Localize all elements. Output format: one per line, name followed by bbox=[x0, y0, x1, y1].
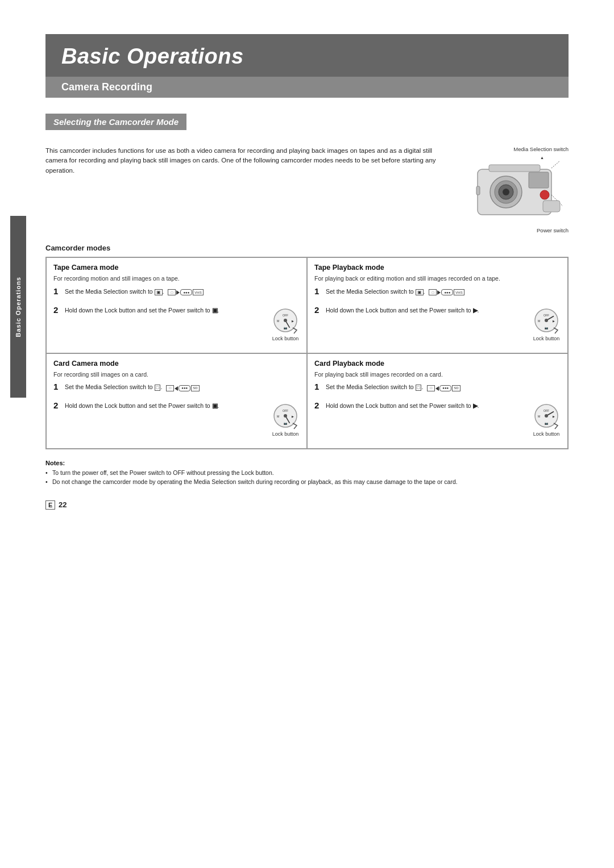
intro-area: This camcorder includes functions for us… bbox=[45, 146, 569, 233]
tape-playback-dial: OFF ▶ 📷 M bbox=[532, 306, 561, 335]
note-item-2: Do not change the camcorder mode by oper… bbox=[45, 478, 569, 487]
svg-text:▲: ▲ bbox=[540, 156, 544, 160]
svg-text:OFF: OFF bbox=[544, 409, 549, 412]
tape-playback-step2: 2 Hold down the Lock button and set the … bbox=[314, 306, 561, 341]
svg-text:OFF: OFF bbox=[283, 314, 288, 317]
card-camera-dial: OFF ▶ 📷 M bbox=[271, 402, 300, 430]
svg-point-4 bbox=[503, 189, 509, 195]
tape-camera-step2: 2 Hold down the Lock button and set the … bbox=[53, 306, 300, 341]
tape-camera-lock-label: Lock button bbox=[272, 336, 299, 341]
sidebar-label: Basic Operations bbox=[10, 216, 26, 398]
svg-text:📷: 📷 bbox=[284, 422, 288, 425]
mode-cell-card-camera: Card Camera mode For recording still ima… bbox=[46, 353, 307, 449]
svg-point-19 bbox=[284, 319, 287, 322]
media-selection-label: Media Selection switch bbox=[455, 146, 569, 152]
card-playback-desc: For playing back still images recorded o… bbox=[314, 370, 561, 379]
svg-rect-6 bbox=[489, 165, 540, 172]
svg-point-33 bbox=[284, 414, 287, 418]
svg-text:OFF: OFF bbox=[283, 409, 288, 412]
notes-section: Notes: To turn the power off, set the Po… bbox=[45, 460, 569, 487]
svg-text:M: M bbox=[538, 319, 540, 323]
camera-diagram: Media Selection switch ▲ bbox=[455, 146, 569, 233]
svg-text:▶: ▶ bbox=[292, 415, 294, 418]
svg-point-40 bbox=[545, 414, 548, 418]
tape-camera-step1: 1 Set the Media Selection switch to ▣. □… bbox=[53, 287, 300, 302]
page: Basic Operations Basic Operations Camera… bbox=[0, 0, 614, 868]
card-playback-dial: OFF ▶ 📷 M bbox=[532, 402, 561, 430]
tape-camera-dial: OFF ▶ 📷 M bbox=[271, 306, 300, 335]
card-playback-step1: 1 Set the Media Selection switch to □. □… bbox=[314, 383, 561, 397]
section-header: Selecting the Camcorder Mode bbox=[45, 114, 186, 130]
tape-playback-desc: For playing back or editing motion and s… bbox=[314, 274, 561, 283]
svg-text:📷: 📷 bbox=[545, 326, 549, 330]
note-item-1: To turn the power off, set the Power swi… bbox=[45, 469, 569, 478]
camera-illustration: ▲ bbox=[460, 152, 569, 226]
card-camera-desc: For recording still images on a card. bbox=[53, 370, 300, 379]
section-header-container: Selecting the Camcorder Mode bbox=[45, 114, 569, 138]
svg-text:M: M bbox=[277, 415, 279, 418]
svg-point-26 bbox=[545, 319, 548, 322]
chapter-title: Basic Operations bbox=[61, 44, 553, 69]
card-camera-lock-label: Lock button bbox=[272, 431, 299, 437]
card-playback-step2: 2 Hold down the Lock button and set the … bbox=[314, 402, 561, 437]
intro-text: This camcorder includes functions for us… bbox=[45, 146, 443, 176]
svg-text:▶: ▶ bbox=[292, 319, 294, 323]
svg-rect-12 bbox=[476, 186, 480, 195]
page-number: E 22 bbox=[45, 500, 569, 509]
svg-text:M: M bbox=[277, 319, 279, 323]
camcorder-modes-label: Camcorder modes bbox=[45, 244, 569, 252]
card-playback-title: Card Playback mode bbox=[314, 360, 561, 368]
mode-cell-tape-camera: Tape Camera mode For recording motion an… bbox=[46, 257, 307, 353]
svg-text:▶: ▶ bbox=[553, 319, 555, 323]
svg-line-8 bbox=[551, 161, 560, 168]
notes-list: To turn the power off, set the Power swi… bbox=[45, 469, 569, 487]
svg-text:OFF: OFF bbox=[544, 314, 549, 317]
tape-camera-desc: For recording motion and still images on… bbox=[53, 274, 300, 283]
svg-text:📷: 📷 bbox=[284, 326, 288, 330]
chapter-header: Basic Operations bbox=[45, 34, 569, 77]
chapter-subtitle: Camera Recording bbox=[45, 77, 569, 98]
modes-grid: Tape Camera mode For recording motion an… bbox=[45, 257, 569, 449]
power-switch-label: Power switch bbox=[455, 227, 569, 233]
mode-cell-card-playback: Card Playback mode For playing back stil… bbox=[307, 353, 568, 449]
svg-rect-11 bbox=[543, 201, 560, 212]
card-camera-step2: 2 Hold down the Lock button and set the … bbox=[53, 402, 300, 437]
card-playback-lock-label: Lock button bbox=[533, 431, 560, 437]
svg-text:M: M bbox=[538, 415, 540, 418]
svg-point-7 bbox=[540, 190, 549, 199]
tape-playback-lock-label: Lock button bbox=[533, 336, 560, 341]
svg-rect-5 bbox=[529, 172, 549, 188]
tape-playback-step1: 1 Set the Media Selection switch to ▣. □… bbox=[314, 287, 561, 302]
notes-title: Notes: bbox=[45, 460, 569, 466]
mode-cell-tape-playback: Tape Playback mode For playing back or e… bbox=[307, 257, 568, 353]
tape-playback-title: Tape Playback mode bbox=[314, 264, 561, 272]
svg-text:▶: ▶ bbox=[553, 415, 555, 418]
tape-camera-title: Tape Camera mode bbox=[53, 264, 300, 272]
card-camera-title: Card Camera mode bbox=[53, 360, 300, 368]
svg-text:📷: 📷 bbox=[545, 422, 549, 425]
card-camera-step1: 1 Set the Media Selection switch to □. □… bbox=[53, 383, 300, 397]
